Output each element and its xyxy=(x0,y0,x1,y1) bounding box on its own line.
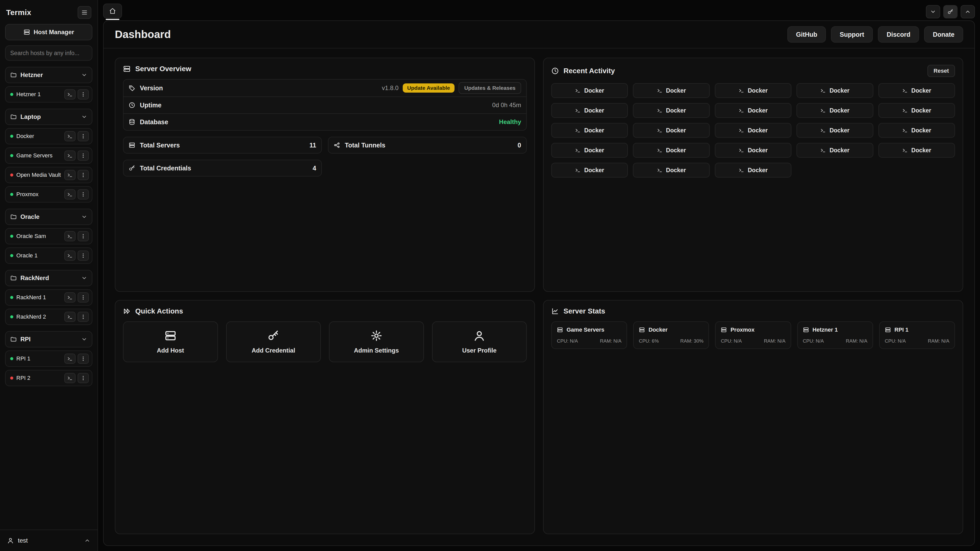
recent-activity-item[interactable]: Docker xyxy=(878,103,955,118)
host-terminal-button[interactable] xyxy=(64,89,76,100)
header-action-button[interactable]: GitHub xyxy=(788,26,826,43)
host-menu-button[interactable] xyxy=(78,170,89,180)
tabbar-keys-button[interactable] xyxy=(943,5,958,18)
recent-activity-item[interactable]: Docker xyxy=(551,83,628,98)
host-menu-button[interactable] xyxy=(78,151,89,161)
tabbar-collapse-button[interactable] xyxy=(926,5,940,18)
host-terminal-button[interactable] xyxy=(64,231,76,241)
header-action-button[interactable]: Discord xyxy=(878,26,919,43)
server-stat-card[interactable]: Proxmox CPU: N/A RAM: N/A xyxy=(715,321,791,349)
host-menu-button[interactable] xyxy=(78,189,89,200)
recent-activity-item[interactable]: Docker xyxy=(633,143,710,158)
recent-activity-item[interactable]: Docker xyxy=(878,123,955,138)
app-title: Termix xyxy=(6,8,32,17)
host-terminal-button[interactable] xyxy=(64,292,76,303)
header-action-button[interactable]: Donate xyxy=(924,26,963,43)
host-menu-button[interactable] xyxy=(78,292,89,303)
host-terminal-button[interactable] xyxy=(64,170,76,180)
quick-action-button[interactable]: Admin Settings xyxy=(329,321,424,362)
host-group-header[interactable]: Laptop xyxy=(5,109,92,125)
host-item[interactable]: Game Servers xyxy=(5,148,92,164)
host-group-header[interactable]: Hetzner xyxy=(5,67,92,83)
recent-activity-item[interactable]: Docker xyxy=(551,103,628,118)
recent-activity-item[interactable]: Docker xyxy=(715,143,791,158)
server-stat-card[interactable]: Hetzner 1 CPU: N/A RAM: N/A xyxy=(797,321,873,349)
host-item[interactable]: Oracle 1 xyxy=(5,248,92,264)
host-item[interactable]: Open Media Vault xyxy=(5,167,92,183)
host-group-header[interactable]: RPI xyxy=(5,331,92,348)
recent-activity-item[interactable]: Docker xyxy=(797,103,873,118)
host-item[interactable]: Proxmox xyxy=(5,186,92,203)
header-action-button[interactable]: Support xyxy=(831,26,873,43)
host-menu-button[interactable] xyxy=(78,251,89,261)
recent-activity-item[interactable]: Docker xyxy=(878,143,955,158)
recent-activity-item[interactable]: Docker xyxy=(633,103,710,118)
recent-activity-item[interactable]: Docker xyxy=(797,123,873,138)
host-terminal-button[interactable] xyxy=(64,131,76,141)
host-item[interactable]: RackNerd 2 xyxy=(5,309,92,325)
quick-action-button[interactable]: Add Credential xyxy=(226,321,321,362)
recent-activity-item[interactable]: Docker xyxy=(633,83,710,98)
recent-activity-item[interactable]: Docker xyxy=(633,163,710,178)
host-menu-button[interactable] xyxy=(78,354,89,364)
chevron-down-icon[interactable] xyxy=(81,114,87,120)
host-item[interactable]: RPI 1 xyxy=(5,351,92,367)
recent-activity-item[interactable]: Docker xyxy=(797,83,873,98)
host-list: Docker xyxy=(5,128,92,203)
quick-action-button[interactable]: Add Host xyxy=(123,321,218,362)
host-item[interactable]: RackNerd 1 xyxy=(5,289,92,306)
sidebar-footer[interactable]: test xyxy=(0,530,97,551)
recent-activity-item[interactable]: Docker xyxy=(797,143,873,158)
server-stat-card[interactable]: Docker CPU: 6% RAM: 30% xyxy=(633,321,709,349)
recent-activity-item[interactable]: Docker xyxy=(551,143,628,158)
terminal-icon xyxy=(657,108,662,113)
recent-activity-item[interactable]: Docker xyxy=(878,83,955,98)
recent-activity-item[interactable]: Docker xyxy=(715,103,791,118)
host-terminal-button[interactable] xyxy=(64,251,76,261)
recent-activity-item[interactable]: Docker xyxy=(715,163,791,178)
recent-activity-item[interactable]: Docker xyxy=(715,123,791,138)
recent-activity-item[interactable]: Docker xyxy=(633,123,710,138)
host-group-header[interactable]: RackNerd xyxy=(5,270,92,286)
server-stat-card[interactable]: RPI 1 CPU: N/A RAM: N/A xyxy=(879,321,955,349)
host-menu-button[interactable] xyxy=(78,131,89,141)
host-terminal-button[interactable] xyxy=(64,151,76,161)
recent-activity-item[interactable]: Docker xyxy=(715,83,791,98)
quick-action-button[interactable]: User Profile xyxy=(432,321,527,362)
server-icon xyxy=(885,327,891,333)
host-terminal-button[interactable] xyxy=(64,354,76,364)
chevron-down-icon[interactable] xyxy=(81,275,87,281)
tabbar-expand-button[interactable] xyxy=(961,5,975,18)
recent-activity-item[interactable]: Docker xyxy=(551,163,628,178)
chevron-down-icon[interactable] xyxy=(81,336,87,342)
chevron-down-icon[interactable] xyxy=(81,214,87,220)
updates-releases-button[interactable]: Updates & Releases xyxy=(458,82,521,94)
host-terminal-button[interactable] xyxy=(64,312,76,322)
host-manager-button[interactable]: Host Manager xyxy=(5,24,92,40)
host-item[interactable]: Hetzner 1 xyxy=(5,86,92,103)
terminal-icon xyxy=(657,167,662,173)
chevron-up-icon[interactable] xyxy=(84,537,90,544)
sidebar-menu-button[interactable] xyxy=(78,6,91,19)
host-list: RPI 1 xyxy=(5,351,92,386)
host-list: Hetzner 1 xyxy=(5,86,92,103)
tab-home[interactable] xyxy=(103,3,122,18)
chevron-down-icon[interactable] xyxy=(81,72,87,78)
host-menu-button[interactable] xyxy=(78,373,89,383)
host-menu-button[interactable] xyxy=(78,231,89,241)
host-terminal-button[interactable] xyxy=(64,189,76,200)
host-item[interactable]: RPI 2 xyxy=(5,370,92,386)
host-terminal-button[interactable] xyxy=(64,373,76,383)
server-stat-card[interactable]: Game Servers CPU: N/A RAM: N/A xyxy=(551,321,627,349)
search-input[interactable] xyxy=(5,45,92,61)
terminal-icon xyxy=(738,88,744,94)
host-menu-button[interactable] xyxy=(78,89,89,100)
recent-activity-label: Docker xyxy=(584,147,604,154)
host-item[interactable]: Docker xyxy=(5,128,92,144)
host-menu-button[interactable] xyxy=(78,312,89,322)
host-group-header[interactable]: Oracle xyxy=(5,209,92,225)
reset-button[interactable]: Reset xyxy=(928,65,955,77)
recent-activity-item[interactable]: Docker xyxy=(551,123,628,138)
host-item[interactable]: Oracle Sam xyxy=(5,228,92,245)
uptime-row: Uptime 0d 0h 45m xyxy=(124,97,526,113)
